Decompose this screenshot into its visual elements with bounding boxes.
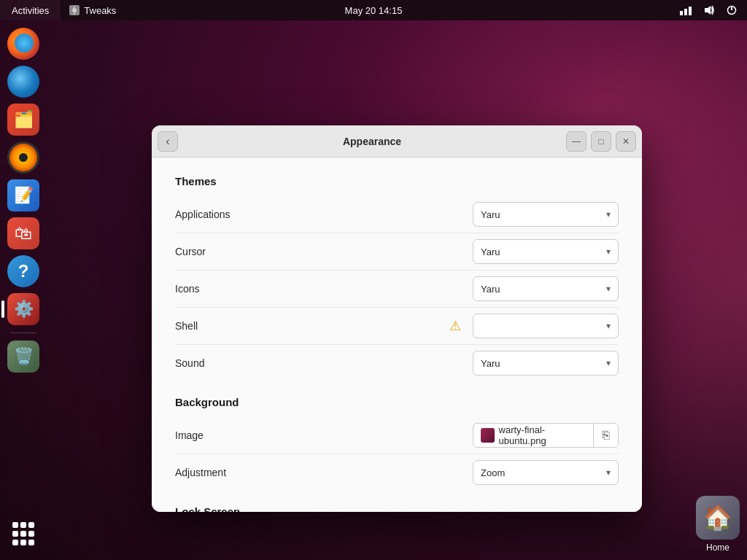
icons-label: Icons xyxy=(175,283,473,295)
topbar-app-label: Tweaks xyxy=(84,5,116,16)
icons-value: Yaru xyxy=(481,284,500,295)
dock-item-tweaks[interactable]: ⚙️ xyxy=(6,292,41,327)
background-section-header: Background xyxy=(175,396,619,408)
files-icon: 🗂️ xyxy=(7,104,39,136)
background-section: Background Image warty-final-ubuntu.png … xyxy=(175,396,619,491)
close-button[interactable]: ✕ xyxy=(616,131,636,152)
rhythmbox-icon xyxy=(7,141,39,174)
appstore-icon: 🛍 xyxy=(7,217,39,249)
icons-dropdown[interactable]: Yaru ▾ xyxy=(473,276,619,301)
home-folder-icon[interactable]: 🏠 Home xyxy=(696,496,740,553)
thunderbird-icon xyxy=(7,66,39,98)
sound-dropdown-arrow: ▾ xyxy=(606,358,611,368)
minimize-button[interactable]: — xyxy=(566,131,587,152)
themes-section: Themes Applications Yaru ▾ Cursor Yaru ▾ xyxy=(175,175,619,381)
activities-button[interactable]: Activities xyxy=(0,0,61,20)
background-adjustment-dropdown[interactable]: Zoom ▾ xyxy=(473,460,619,485)
tweaks-topbar-icon xyxy=(69,5,80,15)
background-image-label: Image xyxy=(175,429,473,441)
background-image-row: Image warty-final-ubuntu.png ⎘ xyxy=(175,417,619,454)
background-image-filename: warty-final-ubuntu.png xyxy=(499,424,586,446)
help-icon: ? xyxy=(7,255,39,287)
trash-icon: 🗑️ xyxy=(7,341,39,373)
svg-rect-3 xyxy=(684,9,687,15)
dock: 🗂️ 📝 🛍 ? ⚙️ 🗑️ xyxy=(0,20,47,560)
network-icon[interactable] xyxy=(676,0,696,20)
activities-label: Activities xyxy=(12,5,49,16)
background-image-copy-button[interactable]: ⎘ xyxy=(593,423,618,448)
dock-item-help[interactable]: ? xyxy=(6,254,41,289)
sound-value: Yaru xyxy=(481,358,500,369)
writer-icon: 📝 xyxy=(7,179,39,211)
dock-item-appgrid[interactable] xyxy=(6,516,41,551)
topbar-right xyxy=(676,0,747,20)
dock-item-trash[interactable]: 🗑️ xyxy=(6,339,41,374)
dock-item-files[interactable]: 🗂️ xyxy=(6,102,41,137)
applications-row: Applications Yaru ▾ xyxy=(175,196,619,233)
applications-dropdown-arrow: ▾ xyxy=(606,209,611,219)
window-controls: — □ ✕ xyxy=(566,131,636,152)
dock-item-appstore[interactable]: 🛍 xyxy=(6,216,41,251)
background-image-thumb xyxy=(481,428,495,443)
lock-screen-section: Lock Screen Image warty-final-ubuntu.png… xyxy=(175,505,619,512)
window-titlebar: ‹ Appearance — □ ✕ xyxy=(152,125,642,158)
sound-dropdown[interactable]: Yaru ▾ xyxy=(473,351,619,376)
dock-item-firefox[interactable] xyxy=(6,26,41,61)
window-title: Appearance xyxy=(178,136,566,147)
power-icon[interactable] xyxy=(722,0,741,20)
appearance-dialog: ‹ Appearance — □ ✕ Themes Applications Y… xyxy=(152,125,642,512)
svg-rect-4 xyxy=(689,7,692,15)
appgrid-icon xyxy=(7,518,39,550)
cursor-value: Yaru xyxy=(481,246,500,257)
dock-divider xyxy=(10,332,36,333)
lock-screen-section-header: Lock Screen xyxy=(175,505,619,512)
applications-value: Yaru xyxy=(481,209,500,220)
icons-dropdown-arrow: ▾ xyxy=(606,284,611,294)
topbar-clock: May 20 14:15 xyxy=(345,5,403,16)
svg-marker-5 xyxy=(705,6,711,15)
cursor-dropdown-arrow: ▾ xyxy=(606,246,611,257)
background-adjustment-value: Zoom xyxy=(481,467,505,478)
home-folder-graphic: 🏠 xyxy=(696,496,740,540)
window-content: Themes Applications Yaru ▾ Cursor Yaru ▾ xyxy=(152,158,642,512)
background-image-control[interactable]: warty-final-ubuntu.png ⎘ xyxy=(473,423,619,448)
dock-item-rhythmbox[interactable] xyxy=(6,140,41,175)
background-adjustment-label: Adjustment xyxy=(175,467,473,478)
shell-row: Shell ⚠ ▾ xyxy=(175,308,619,345)
background-image-name: warty-final-ubuntu.png xyxy=(473,424,593,446)
home-folder-label: Home xyxy=(706,542,729,553)
sound-row: Sound Yaru ▾ xyxy=(175,345,619,381)
volume-icon[interactable] xyxy=(699,0,719,20)
maximize-button[interactable]: □ xyxy=(591,131,611,152)
background-adjustment-arrow: ▾ xyxy=(606,467,611,478)
shell-dropdown[interactable]: ▾ xyxy=(473,314,619,338)
svg-rect-2 xyxy=(680,11,683,15)
shell-control: ⚠ ▾ xyxy=(449,314,619,338)
back-arrow-icon: ‹ xyxy=(166,135,169,148)
tweaks-icon: ⚙️ xyxy=(7,293,39,325)
maximize-icon: □ xyxy=(598,136,603,147)
applications-dropdown[interactable]: Yaru ▾ xyxy=(473,202,619,227)
back-button[interactable]: ‹ xyxy=(158,131,178,152)
themes-section-header: Themes xyxy=(175,175,619,187)
close-icon: ✕ xyxy=(622,136,630,147)
topbar: Activities Tweaks May 20 14:15 xyxy=(0,0,747,20)
firefox-icon xyxy=(7,28,39,60)
icons-row: Icons Yaru ▾ xyxy=(175,271,619,308)
dock-item-thunderbird[interactable] xyxy=(6,64,41,99)
shell-warning-icon: ⚠ xyxy=(449,318,461,334)
cursor-label: Cursor xyxy=(175,246,473,257)
cursor-dropdown[interactable]: Yaru ▾ xyxy=(473,239,619,264)
topbar-app[interactable]: Tweaks xyxy=(61,0,125,20)
shell-label: Shell xyxy=(175,320,449,332)
dock-item-writer[interactable]: 📝 xyxy=(6,178,41,213)
sound-label: Sound xyxy=(175,357,473,369)
shell-dropdown-arrow: ▾ xyxy=(606,321,611,331)
cursor-row: Cursor Yaru ▾ xyxy=(175,233,619,271)
background-adjustment-row: Adjustment Zoom ▾ xyxy=(175,454,619,491)
minimize-icon: — xyxy=(572,136,581,147)
applications-label: Applications xyxy=(175,209,473,220)
